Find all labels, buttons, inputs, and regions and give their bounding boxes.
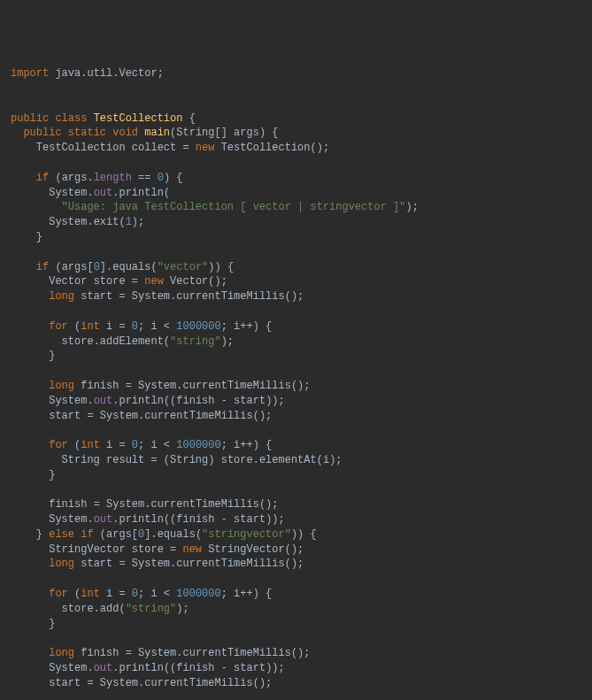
var-i: i: [106, 588, 112, 600]
var-i: i: [106, 439, 112, 451]
system-ref: System: [138, 647, 176, 659]
usage-string: "Usage: java TestCollection [ vector | s…: [62, 201, 406, 213]
main-args: String[] args: [176, 127, 259, 139]
string-literal: "string": [126, 603, 177, 615]
class-name: TestCollection: [94, 112, 183, 125]
keyword-public: public: [11, 112, 49, 125]
var-store: store: [221, 454, 253, 466]
keyword-int: int: [81, 588, 100, 600]
method-addelement: addElement: [100, 335, 164, 348]
num-zero: 0: [158, 172, 164, 184]
method-println: println: [119, 513, 163, 526]
field-out: out: [94, 187, 113, 199]
var-finish: finish: [81, 380, 119, 392]
method-currenttime: currentTimeMillis: [150, 498, 258, 511]
var-start: start: [234, 662, 265, 674]
num-one: 1: [126, 216, 132, 228]
var-collect: collect: [132, 142, 176, 154]
system-ref: System: [106, 498, 144, 511]
method-println: println: [119, 187, 163, 199]
num-zero: 0: [94, 261, 100, 273]
keyword-public: public: [23, 127, 61, 139]
var-i: i: [234, 320, 240, 333]
type-string: String: [170, 454, 208, 466]
args-ref: args: [62, 261, 88, 273]
system-ref: System: [100, 410, 138, 422]
method-currenttime: currentTimeMillis: [182, 647, 290, 659]
keyword-for: for: [49, 320, 68, 333]
keyword-int: int: [81, 439, 100, 451]
type-stringvector: StringVector: [49, 543, 125, 556]
system-ref: System: [100, 677, 138, 689]
var-start: start: [49, 410, 81, 422]
system-ref: System: [49, 187, 87, 199]
system-ref: System: [132, 290, 170, 303]
var-start: start: [234, 395, 265, 407]
keyword-for: for: [49, 439, 68, 451]
var-finish: finish: [176, 662, 214, 674]
var-finish: finish: [176, 513, 214, 526]
string-literal: "string": [170, 335, 221, 348]
num-zero: 0: [132, 320, 138, 333]
field-out: out: [94, 395, 113, 407]
method-println: println: [119, 662, 163, 674]
method-currenttime: currentTimeMillis: [182, 380, 290, 392]
keyword-if: if: [36, 261, 49, 273]
num-zero: 0: [138, 528, 144, 541]
system-ref: System: [49, 216, 87, 228]
keyword-class: class: [55, 112, 87, 125]
keyword-else: else: [49, 528, 74, 541]
var-i: i: [150, 320, 157, 333]
var-start: start: [49, 677, 81, 689]
system-ref: System: [49, 513, 87, 526]
args-ref: args: [62, 172, 88, 184]
num-million: 1000000: [176, 320, 220, 333]
var-finish: finish: [81, 647, 119, 659]
type-stringvector: StringVector: [208, 543, 284, 556]
method-currenttime: currentTimeMillis: [176, 290, 284, 303]
keyword-void: void: [112, 127, 138, 139]
keyword-new: new: [144, 275, 164, 288]
keyword-long: long: [49, 647, 74, 659]
num-zero: 0: [132, 588, 138, 600]
system-ref: System: [49, 395, 87, 407]
var-i: i: [150, 588, 157, 600]
keyword-if: if: [36, 172, 49, 184]
var-store: store: [62, 335, 94, 348]
field-out: out: [94, 513, 113, 526]
type-string: String: [62, 454, 100, 466]
args-ref: args: [106, 528, 132, 541]
stringvector-string: "stringvector": [202, 528, 291, 541]
var-i: i: [234, 588, 240, 600]
method-currenttime: currentTimeMillis: [144, 410, 252, 422]
vector-string: "vector": [158, 261, 209, 273]
keyword-new: new: [182, 543, 202, 556]
method-currenttime: currentTimeMillis: [176, 558, 284, 570]
keyword-if: if: [81, 528, 93, 541]
method-equals: equals: [112, 261, 150, 273]
keyword-long: long: [49, 380, 74, 392]
system-ref: System: [138, 380, 176, 392]
method-main: main: [144, 127, 170, 139]
var-i: i: [150, 439, 157, 451]
var-i: i: [234, 439, 240, 451]
var-start: start: [81, 290, 112, 303]
var-start: start: [81, 558, 112, 570]
num-million: 1000000: [176, 588, 220, 600]
keyword-static: static: [68, 127, 106, 139]
method-equals: equals: [158, 528, 196, 541]
code-block: import java.util.Vector; public class Te…: [11, 66, 581, 700]
keyword-long: long: [49, 558, 74, 570]
var-store: store: [62, 603, 94, 615]
var-start: start: [234, 513, 265, 526]
keyword-long: long: [49, 290, 74, 303]
type-vector: Vector: [49, 275, 87, 288]
type-vector: Vector: [170, 275, 208, 288]
var-finish: finish: [176, 395, 214, 407]
var-i: i: [323, 454, 329, 466]
method-add: add: [100, 603, 119, 615]
system-ref: System: [132, 558, 170, 570]
field-length: length: [94, 172, 132, 184]
system-ref: System: [49, 662, 87, 674]
num-million: 1000000: [176, 439, 220, 451]
